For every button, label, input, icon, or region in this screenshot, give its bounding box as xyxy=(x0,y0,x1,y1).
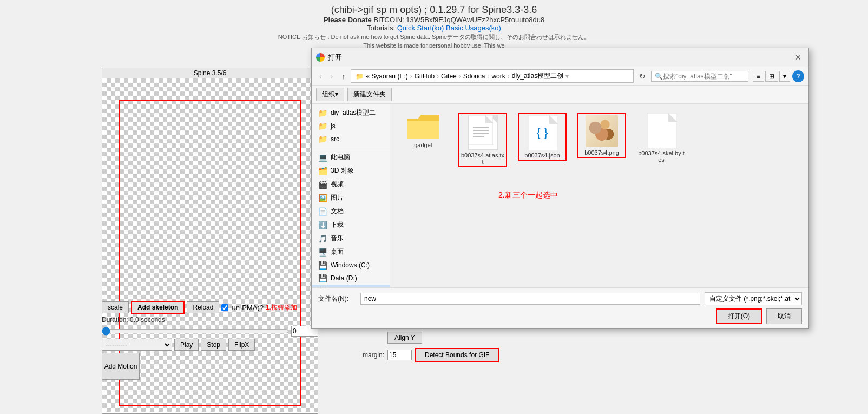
sidebar-label: 音乐 xyxy=(331,234,344,243)
breadcrumb-sdorica[interactable]: Sdorica xyxy=(463,73,485,80)
tutorial-quickstart-link[interactable]: Quick Start(ko) xyxy=(397,24,444,32)
file-label-png: b0037s4.png xyxy=(584,149,619,156)
sidebar-item-document[interactable]: 📄 文档 xyxy=(312,205,390,218)
view-list-button[interactable]: ≡ xyxy=(753,71,764,82)
sidebar-label: 文档 xyxy=(331,207,344,216)
breadcrumb-diy-atlas[interactable]: diy_atlas模型二创 xyxy=(512,71,563,81)
tutorial-basicusage-link[interactable]: Basic Usages(ko) xyxy=(446,24,501,32)
sidebar-item-video[interactable]: 🎬 视频 xyxy=(312,178,390,191)
file-item-skel[interactable]: b0037s4.skel.by tes xyxy=(637,113,686,163)
add-motion-button[interactable]: Add Motion xyxy=(102,353,140,380)
sidebar-item-this-pc[interactable]: 💻 此电脑 xyxy=(312,150,390,164)
picture-icon: 🖼️ xyxy=(318,194,327,202)
dialog-open-button[interactable]: 打开(O) xyxy=(716,308,762,324)
new-folder-label: 新建文件夹 xyxy=(353,90,386,98)
search-bar: 🔍 xyxy=(651,71,748,82)
un-pma-label: un-PMA(? xyxy=(232,304,264,312)
app-title: (chibi->gif sp m opts) ; 0.1.29.7 for Sp… xyxy=(0,4,868,16)
sidebar-item-picture[interactable]: 🖼️ 图片 xyxy=(312,191,390,205)
organize-button[interactable]: 组织▾ xyxy=(316,88,344,101)
add-skeleton-button[interactable]: Add skeleton xyxy=(131,301,185,314)
music-icon: 🎵 xyxy=(318,234,327,243)
help-button[interactable]: ? xyxy=(792,70,804,82)
sidebar-item-download[interactable]: ⬇️ 下载 xyxy=(312,218,390,232)
file-item-gadget[interactable]: gadget xyxy=(399,113,448,148)
donate-bitcoin: BITCOIN: 13W5Bxf9EJqQWAwUEz2hxcP5rouuto8… xyxy=(373,16,544,24)
sidebar-item-diy-atlas[interactable]: 📁 diy_atlas模型二 xyxy=(312,106,390,120)
sidebar-item-src[interactable]: 📁 src xyxy=(312,133,390,146)
txt-icon xyxy=(468,115,498,150)
dialog-title-left: 打开 xyxy=(316,52,342,62)
timeline-slider[interactable] xyxy=(102,327,289,336)
view-details-button[interactable]: ▾ xyxy=(779,71,790,82)
sidebar-label: 桌面 xyxy=(331,247,344,257)
nav-back-button[interactable]: ‹ xyxy=(316,71,325,82)
dialog-nav: ‹ › ↑ 📁 « Syaoran (E:) › GitHub › Gitee … xyxy=(312,67,808,86)
3d-icon: 🗂️ xyxy=(318,167,327,175)
nav-forward-button[interactable]: › xyxy=(327,71,337,82)
sidebar-label: diy_atlas模型二 xyxy=(331,108,376,117)
sidebar-label: 此电脑 xyxy=(331,153,350,162)
dialog-action-buttons: 打开(O) 取消 xyxy=(318,308,802,324)
filetype-select[interactable]: 自定义文件 (*.png;*.skel;*.atla xyxy=(705,292,802,305)
breadcrumb-github[interactable]: GitHub xyxy=(415,73,435,80)
dialog-close-button[interactable]: ✕ xyxy=(792,51,804,63)
json-icon: { } xyxy=(528,115,557,150)
sidebar-label: Windows (C:) xyxy=(331,261,370,269)
scale-button[interactable]: scale xyxy=(102,301,129,313)
dialog-cancel-button[interactable]: 取消 xyxy=(766,308,802,324)
sidebar-item-drive-d[interactable]: 💾 Data (D:) xyxy=(312,272,390,285)
dialog-files: gadget b0037s4.atlas.tx xyxy=(390,104,808,287)
search-input[interactable] xyxy=(663,73,739,80)
file-dialog: 打开 ✕ ‹ › ↑ 📁 « Syaoran (E:) › GitHub › G… xyxy=(311,48,809,329)
sidebar-item-js[interactable]: 📁 js xyxy=(312,120,390,133)
file-label-skel: b0037s4.skel.by tes xyxy=(637,150,686,163)
folder-icon: 📁 xyxy=(318,135,327,143)
align-y-button[interactable]: Align Y xyxy=(387,332,422,344)
png-thumbnail xyxy=(586,115,618,147)
breadcrumb-folder-icon: 📁 xyxy=(356,73,364,80)
sidebar-label: 视频 xyxy=(331,180,344,189)
desktop-icon: 🖥️ xyxy=(318,248,327,257)
file-item-atlas-txt[interactable]: b0037s4.atlas.tx t xyxy=(458,113,507,167)
computer-icon: 💻 xyxy=(318,153,327,162)
dialog-titlebar: 打开 ✕ xyxy=(312,48,808,67)
flipx-button[interactable]: FlipX xyxy=(228,339,255,351)
sidebar-item-drive-c[interactable]: 💾 Windows (C:) xyxy=(312,259,390,272)
breadcrumb-gitee[interactable]: Gitee xyxy=(441,73,457,80)
detect-bounds-button[interactable]: Detect Bounds for GIF xyxy=(415,348,499,362)
dialog-title: 打开 xyxy=(328,52,342,62)
margin-input[interactable] xyxy=(387,350,412,360)
play-button[interactable]: Play xyxy=(174,339,199,351)
animation-select[interactable]: ---------- xyxy=(102,339,172,351)
duration-row: Duration: 0.0 seconds xyxy=(102,316,318,324)
folder-icon: 📁 xyxy=(318,109,327,117)
sidebar-item-3d[interactable]: 🗂️ 3D 对象 xyxy=(312,164,390,178)
sidebar-item-music[interactable]: 🎵 音乐 xyxy=(312,232,390,245)
file-item-png[interactable]: b0037s4.png xyxy=(577,113,626,158)
playback-row: ---------- Play Stop FlipX xyxy=(102,339,318,351)
duration-label: Duration: 0.0 seconds xyxy=(102,316,165,324)
donate-label: Please Donate xyxy=(324,16,372,24)
nav-up-button[interactable]: ↑ xyxy=(338,71,348,82)
reload-button[interactable]: Reload xyxy=(187,301,219,313)
un-pma-checkbox[interactable] xyxy=(221,304,228,311)
breadcrumb-work[interactable]: work xyxy=(491,73,505,80)
add-motion-row: Add Motion xyxy=(102,353,318,380)
file-item-json[interactable]: { } b0037s4.json xyxy=(518,113,567,161)
download-icon: ⬇️ xyxy=(318,221,327,229)
sidebar-divider-1 xyxy=(312,148,390,148)
sidebar-item-desktop[interactable]: 🖥️ 桌面 xyxy=(312,245,390,259)
stop-button[interactable]: Stop xyxy=(201,339,226,351)
view-grid-button[interactable]: ⊞ xyxy=(765,71,778,82)
sidebar-label: 图片 xyxy=(331,193,344,202)
sidebar-label: js xyxy=(331,122,336,130)
filename-label: 文件名(N): xyxy=(318,294,356,304)
breadcrumb-syaoran[interactable]: « Syaoran (E:) xyxy=(366,73,407,80)
filename-input[interactable] xyxy=(360,293,700,305)
add-motion-label: Add Motion xyxy=(104,363,137,370)
refresh-button[interactable]: ↻ xyxy=(636,71,649,82)
drive-icon: 💾 xyxy=(318,261,327,270)
folder-icon: 📁 xyxy=(318,122,327,130)
new-folder-button[interactable]: 新建文件夹 xyxy=(347,88,392,101)
